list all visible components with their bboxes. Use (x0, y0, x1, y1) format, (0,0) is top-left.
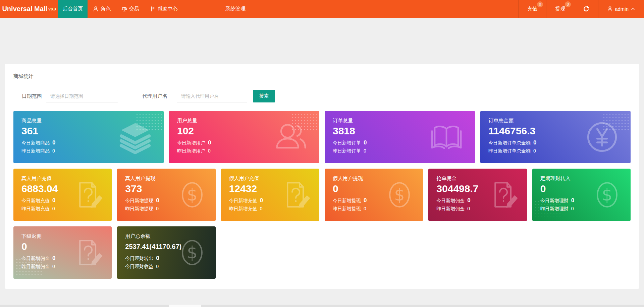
filter-bar: 日期范围 代理用户名 搜索 (13, 90, 631, 102)
app-title: Universal Mall (2, 5, 47, 13)
refresh-button[interactable] (574, 0, 598, 18)
scales-icon (121, 6, 127, 12)
stat-card-yesterday-value: 0 (364, 148, 366, 154)
withdraw-button[interactable]: 提现 0 (546, 0, 574, 18)
stat-card-today-label: 今日新增充值 (21, 198, 50, 204)
stat-card-today-value: 0 (533, 139, 536, 146)
app-version: V8.3 (48, 7, 56, 11)
stat-card: 假人用户充值 12432 今日新增充值 0 昨日新增充值 0 (221, 169, 319, 221)
stat-card-yesterday-value: 0 (467, 206, 470, 211)
stat-card: 订单总量 3818 今日新增订单 0 昨日新增订单 0 (325, 111, 475, 163)
stat-card-yesterday-value: 0 (52, 148, 55, 154)
withdraw-badge: 0 (565, 1, 571, 7)
users-icon (274, 120, 308, 154)
agent-name-input[interactable] (177, 90, 247, 102)
stat-card-today-label: 今日新增提现 (333, 198, 361, 204)
recharge-badge: 0 (537, 1, 543, 7)
stat-card: 订单总金额 1146756.3 今日新增订单总金额 0 昨日新增订单总金额 0 (480, 111, 631, 163)
stat-card-yesterday-label: 昨日新增提现 (333, 206, 361, 212)
date-range-input[interactable] (46, 90, 118, 102)
nav-item-roles[interactable]: 角色 (88, 0, 116, 18)
yen-circle-icon (585, 120, 619, 154)
stat-card-today-value: 0 (260, 197, 263, 204)
chevron-up-icon (631, 7, 635, 11)
stat-card-today-value: 0 (52, 255, 55, 262)
flag-icon (150, 6, 156, 12)
user-icon (93, 6, 99, 12)
username: admin (615, 6, 629, 12)
date-range-label: 日期范围 (22, 93, 42, 99)
stat-card-yesterday-label: 昨日新增用户 (177, 148, 205, 154)
stat-card-yesterday-label: 昨日新增佣金 (21, 264, 50, 270)
nav-item-label: 系统管理 (225, 6, 246, 12)
user-menu[interactable]: admin (598, 0, 644, 18)
stat-card-today-value: 0 (156, 255, 159, 262)
stat-card-yesterday-value: 0 (208, 148, 211, 154)
svg-text:$: $ (394, 185, 405, 205)
stat-card-today-value: 0 (208, 139, 211, 146)
nav-item-help-center[interactable]: 帮助中心 (145, 0, 183, 18)
stat-card-yesterday-label: 昨日新增充值 (21, 206, 50, 212)
stat-card: 抢单佣金 304498.7 今日新增佣金 0 昨日新增佣金 0 (428, 169, 527, 221)
stat-card-yesterday-label: 昨日新增提现 (125, 206, 153, 212)
stat-card-today-value: 0 (467, 197, 470, 204)
stat-card-yesterday-label: 昨日新增理财 (540, 206, 569, 212)
recharge-label: 充值 (527, 6, 537, 12)
stat-card-today-label: 今日新增充值 (229, 198, 257, 204)
stat-card-today-label: 今日新增佣金 (436, 198, 465, 204)
svg-text:$: $ (187, 185, 198, 205)
dollar-circle-icon: $ (177, 238, 207, 267)
dollar-circle-icon: $ (177, 180, 207, 210)
stat-card-today-label: 今日新增用户 (177, 140, 205, 146)
search-button[interactable]: 搜索 (253, 90, 275, 102)
dollar-circle-icon: $ (385, 180, 414, 210)
stat-card: 商品总量 361 今日新增商品 0 昨日新增商品 0 (13, 111, 164, 163)
dollar-circle-icon: $ (592, 180, 622, 210)
stat-card-yesterday-value: 0 (260, 206, 263, 211)
nav-item-label: 帮助中心 (158, 6, 178, 12)
refresh-icon (583, 6, 589, 12)
stat-card: 用户总量 102 今日新增用户 0 昨日新增用户 0 (169, 111, 319, 163)
stat-card: 真人用户提现 373 今日新增提现 0 昨日新增提现 0 $ (117, 169, 215, 221)
stat-card-yesterday-label: 昨日新增商品 (21, 148, 50, 154)
stat-card-today-label: 今日新增理财 (540, 198, 569, 204)
stat-card-yesterday-value: 0 (52, 264, 55, 269)
nav-item-home[interactable]: 后台首页 (58, 0, 88, 18)
stat-card-today-value: 0 (364, 197, 367, 204)
stat-card-yesterday-label: 昨日新增订单总金额 (488, 148, 531, 154)
scrollbar-thumb[interactable] (169, 305, 201, 307)
stat-card-yesterday-value: 0 (156, 264, 159, 269)
panel-title: 商城统计 (13, 73, 631, 80)
stat-card-yesterday-value: 0 (156, 206, 159, 211)
nav-item-trade[interactable]: 交易 (116, 0, 145, 18)
book-icon (429, 120, 464, 154)
stat-card-today-label: 今日新增订单 (333, 140, 361, 146)
withdraw-label: 提现 (555, 6, 565, 12)
nav-item-system[interactable]: 系统管理 (220, 0, 251, 18)
stat-card: 定期理财转入 0 今日新增理财 0 昨日新增理财 0 $ (532, 169, 631, 221)
stats-cards-row-1: 商品总量 361 今日新增商品 0 昨日新增商品 0 用户总量 102 今日新增… (13, 111, 631, 163)
stat-card-yesterday-value: 0 (571, 206, 574, 211)
recharge-button[interactable]: 充值 0 (518, 0, 546, 18)
stat-card-today-value: 0 (364, 139, 367, 146)
agent-name-label: 代理用户名 (142, 93, 167, 99)
navbar-actions: 充值 0 提现 0 admin (518, 0, 644, 18)
stat-card: 用户总余额 2537.41(41170.67) 今日理财转出 0 今日理财收益 … (117, 226, 215, 279)
user-icon (607, 6, 613, 12)
stat-card-yesterday-label: 昨日新增佣金 (436, 206, 465, 212)
nav-item-label: 交易 (129, 6, 139, 12)
horizontal-scrollbar (0, 305, 644, 307)
stat-card-yesterday-value: 0 (52, 206, 55, 211)
app-logo[interactable]: Universal MallV8.3 (0, 0, 58, 18)
stat-card: 真人用户充值 6883.04 今日新增充值 0 昨日新增充值 0 (13, 169, 112, 221)
stat-card-today-label: 今日新增佣金 (21, 256, 50, 262)
file-question-icon (489, 180, 518, 210)
stat-card: 下级返佣 0 今日新增佣金 0 昨日新增佣金 0 (13, 226, 112, 279)
stat-card: 假人用户提现 0 今日新增提现 0 昨日新增提现 0 $ (325, 169, 423, 221)
stat-card-today-value: 0 (156, 197, 159, 204)
stat-card-yesterday-value: 0 (533, 148, 536, 154)
stat-card-yesterday-label: 昨日新增充值 (229, 206, 257, 212)
stat-card-yesterday-label: 昨日新增订单 (333, 148, 361, 154)
stat-card-today-value: 0 (52, 139, 55, 146)
stat-card-today-label: 今日新增商品 (21, 140, 50, 146)
